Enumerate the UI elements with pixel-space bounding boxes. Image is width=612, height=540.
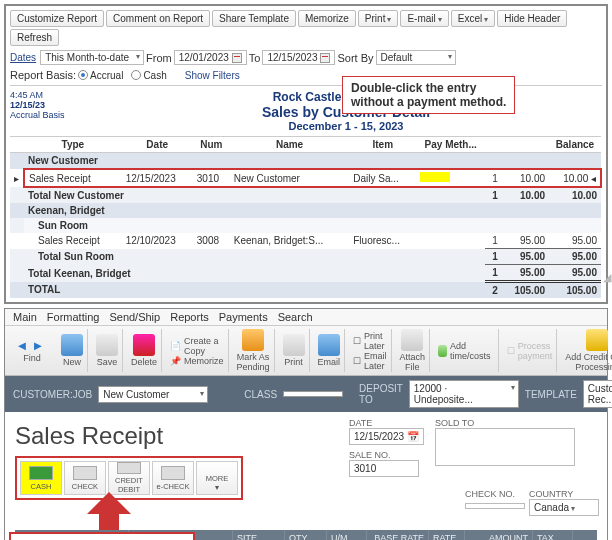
report-toolbar: Customize Report Comment on Report Share…	[10, 10, 602, 46]
to-date-input[interactable]: 12/15/2023	[262, 50, 335, 65]
report-asof: 12/15/23	[10, 100, 90, 110]
memorize-button[interactable]: 📌 Memorize	[170, 356, 224, 366]
checkno-input[interactable]	[465, 503, 525, 509]
date-range-select[interactable]: This Month-to-date	[40, 50, 144, 65]
excel-button[interactable]: Excel	[451, 10, 495, 27]
sortby-label: Sort By	[337, 52, 373, 64]
tab-reports[interactable]: Reports	[170, 311, 209, 323]
report-range: December 1 - 15, 2023	[90, 120, 602, 132]
country-select[interactable]: Canada	[529, 499, 599, 516]
print-button[interactable]: Print	[358, 10, 399, 27]
tab-formatting[interactable]: Formatting	[47, 311, 100, 323]
payment-credit-button[interactable]: CREDIT DEBIT	[108, 461, 150, 495]
saleno-label: SALE NO.	[349, 450, 431, 460]
deposit-to-label: DEPOSIT TO	[359, 383, 403, 405]
report-grid: Type Date Num Name Item Pay Meth... Bala…	[10, 136, 602, 298]
grid-header: Type Date Num Name Item Pay Meth... Bala…	[10, 137, 601, 153]
payment-check-button[interactable]: CHECK	[64, 461, 106, 495]
accrual-radio[interactable]: Accrual	[78, 70, 123, 81]
sales-receipt-row-2[interactable]: Sales Receipt 12/10/2023 3008 Keenan, Br…	[10, 233, 601, 249]
customer-job-label: CUSTOMER:JOB	[13, 389, 92, 400]
calendar-icon[interactable]	[232, 53, 242, 63]
to-label: To	[249, 52, 261, 64]
date-label: DATE	[349, 418, 431, 428]
class-select[interactable]	[283, 391, 343, 397]
template-label: TEMPLATE	[525, 389, 577, 400]
save-icon[interactable]	[96, 334, 118, 356]
form-header-bar: CUSTOMER:JOB New Customer CLASS DEPOSIT …	[5, 376, 607, 412]
comment-report-button[interactable]: Comment on Report	[106, 10, 210, 27]
report-window: Customize Report Comment on Report Share…	[4, 4, 608, 304]
share-template-button[interactable]: Share Template	[212, 10, 296, 27]
add-time-costs-button[interactable]: Add time/costs	[438, 341, 494, 361]
print-later-check[interactable]: ☐ Print Later	[353, 331, 387, 351]
tab-payments[interactable]: Payments	[219, 311, 268, 323]
total-sunroom: Total Sun Room	[24, 249, 416, 265]
report-date-toolbar: Dates This Month-to-date From 12/01/2023…	[10, 50, 602, 65]
delete-icon[interactable]	[133, 334, 155, 356]
soldto-input[interactable]	[435, 428, 575, 466]
section-new-customer: New Customer	[24, 153, 601, 170]
sales-receipt-window: Main Formatting Send/Ship Reports Paymen…	[4, 308, 608, 540]
saleno-input[interactable]: 3010	[349, 460, 419, 477]
find-button[interactable]: Find	[23, 353, 41, 363]
attach-icon[interactable]	[401, 329, 423, 351]
sales-receipt-row[interactable]: ▸ Sales Receipt 12/15/2023 3010 New Cust…	[10, 169, 601, 187]
next-arrow-icon[interactable]: ►	[31, 339, 45, 353]
email-later-check[interactable]: ☐ Email Later	[353, 351, 387, 371]
from-date-input[interactable]: 12/01/2023	[174, 50, 247, 65]
from-label: From	[146, 52, 172, 64]
section-keenan: Keenan, Bridget	[24, 203, 601, 218]
class-label: CLASS	[244, 389, 277, 400]
resize-grip-icon[interactable]: ◢	[603, 271, 611, 284]
report-time: 4:45 AM	[10, 90, 90, 100]
refresh-button[interactable]: Refresh	[10, 29, 59, 46]
explanation-callout: When everything is greyed- out, it means…	[9, 532, 195, 540]
total-new-customer: Total New Customer	[24, 187, 416, 203]
print-icon[interactable]	[283, 334, 305, 356]
mark-pending-icon[interactable]	[242, 329, 264, 351]
section-sunroom: Sun Room	[24, 218, 601, 233]
checkno-label: CHECK NO.	[465, 489, 525, 499]
memorize-button[interactable]: Memorize	[298, 10, 356, 27]
report-basis-note: Accrual Basis	[10, 110, 90, 120]
country-label: COUNTRY	[529, 489, 599, 499]
calendar-icon[interactable]	[320, 53, 330, 63]
payment-more-button[interactable]: MORE	[196, 461, 238, 495]
customer-job-select[interactable]: New Customer	[98, 386, 208, 403]
customize-report-button[interactable]: Customize Report	[10, 10, 104, 27]
form-fields: DATE 12/15/2023 📅 SOLD TO SALE NO. 3010 …	[349, 418, 599, 516]
template-select[interactable]: Custom Sales Rec...	[583, 380, 612, 408]
payment-cash-button[interactable]: CASH	[20, 461, 62, 495]
form-body: Sales Receipt CASH CHECK CREDIT DEBIT e-…	[5, 412, 607, 540]
tab-main[interactable]: Main	[13, 311, 37, 323]
tab-sendship[interactable]: Send/Ship	[109, 311, 160, 323]
form-menubar: Main Formatting Send/Ship Reports Paymen…	[5, 309, 607, 326]
create-copy-button[interactable]: 📄 Create a Copy	[170, 336, 224, 356]
payment-echeck-button[interactable]: e-CHECK	[152, 461, 194, 495]
sortby-select[interactable]: Default	[376, 50, 456, 65]
dates-label: Dates	[10, 52, 36, 63]
report-basis-label: Report Basis:	[10, 69, 76, 81]
show-filters-link[interactable]: Show Filters	[185, 70, 240, 81]
cash-radio[interactable]: Cash	[131, 70, 166, 81]
form-ribbon: ◄ ► Find New Save Delete 📄 Create a Copy…	[5, 326, 607, 376]
email-icon[interactable]	[318, 334, 340, 356]
hide-header-button[interactable]: Hide Header	[497, 10, 567, 27]
process-payment-check[interactable]: ☐ Process payment	[507, 341, 553, 361]
date-input[interactable]: 12/15/2023 📅	[349, 428, 424, 445]
new-icon[interactable]	[61, 334, 83, 356]
credit-card-icon[interactable]	[586, 329, 608, 351]
deposit-to-select[interactable]: 12000 · Undeposite...	[409, 380, 519, 408]
total-keenan: Total Keenan, Bridget	[24, 265, 416, 282]
soldto-label: SOLD TO	[435, 418, 585, 428]
prev-arrow-icon[interactable]: ◄	[15, 339, 29, 353]
instruction-callout: Double-click the entry without a payment…	[342, 76, 515, 114]
tab-search[interactable]: Search	[278, 311, 313, 323]
grand-total: TOTAL	[24, 282, 416, 299]
email-button[interactable]: E-mail	[400, 10, 448, 27]
